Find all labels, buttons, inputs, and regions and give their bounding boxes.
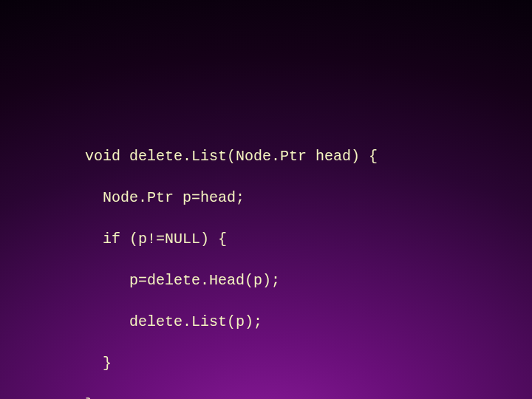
- code-line: delete.List(p);: [85, 312, 378, 332]
- code-line: p=delete.Head(p);: [85, 270, 378, 291]
- code-line: }: [85, 353, 378, 374]
- code-line: if (p!=NULL) {: [85, 229, 378, 250]
- code-line: void delete.List(Node.Ptr head) {: [85, 146, 378, 167]
- code-block: void delete.List(Node.Ptr head) { Node.P…: [85, 126, 378, 399]
- code-line: Node.Ptr p=head;: [85, 188, 378, 208]
- code-line: }: [85, 395, 378, 399]
